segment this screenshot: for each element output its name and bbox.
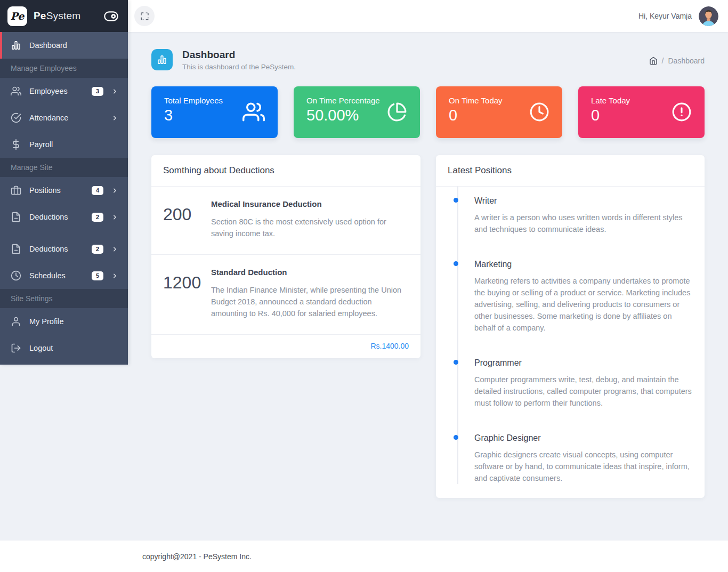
page-footer: copyright@2021 - PeSystem Inc. — [0, 541, 728, 572]
sidebar-toggle-icon[interactable] — [104, 11, 118, 21]
sidebar-item-dashboard[interactable]: Dashboard — [0, 32, 128, 59]
breadcrumb: / Dashboard — [649, 57, 705, 65]
position-description: Graphic designers create visual concepts… — [474, 449, 694, 484]
position-title: Marketing — [474, 260, 694, 269]
sidebar-item-label: Attendance — [29, 114, 68, 122]
deduction-description: The Indian Finance Minister, while prese… — [211, 284, 407, 319]
chevron-right-icon — [111, 272, 118, 279]
chevron-right-icon — [111, 214, 118, 221]
pie-chart-icon — [387, 102, 407, 122]
deduction-amount: 200 — [163, 199, 211, 239]
position-item-graphic-designer: Graphic Designer Graphic designers creat… — [474, 433, 694, 484]
deduction-name: Standard Deduction — [211, 268, 407, 277]
schedules-count-badge: 5 — [92, 271, 103, 280]
sidebar-item-label: Dashboard — [29, 41, 67, 50]
alert-circle-icon — [672, 102, 692, 122]
positions-timeline: Writer A writer is a person who uses wri… — [436, 187, 705, 498]
sidebar-item-label: My Profile — [29, 317, 63, 326]
timeline-dot-icon — [454, 198, 458, 203]
sidebar-item-deductions-1[interactable]: Deductions 2 — [0, 204, 128, 230]
deduction-amount: 1200 — [163, 268, 211, 319]
position-title: Writer — [474, 196, 694, 206]
user-greeting: Hi, Keyur Vamja — [638, 12, 692, 20]
position-description: Computer programmers write, test, debug,… — [474, 374, 694, 409]
sidebar-item-label: Deductions — [29, 245, 68, 253]
stat-cards-row: Total Employees 3 On Time Percentage 50.… — [151, 86, 705, 138]
sidebar-item-label: Positions — [29, 186, 61, 195]
position-description: A writer is a person who uses written wo… — [474, 212, 694, 235]
sidebar-nav: Dashboard Manage Employees Employees 3 — [0, 32, 128, 361]
sidebar-item-label: Deductions — [29, 213, 68, 221]
breadcrumb-separator: / — [662, 57, 664, 65]
page-header: Dashboard This is dashboard of the PeSys… — [151, 49, 705, 71]
user-icon — [11, 316, 21, 327]
briefcase-icon — [11, 185, 21, 196]
deduction-row: 200 Medical Insurance Deduction Section … — [151, 187, 420, 255]
sidebar-item-label: Logout — [29, 344, 53, 352]
users-icon — [11, 86, 21, 96]
page-subtitle: This is dashboard of the PeSystem. — [182, 63, 296, 71]
file-minus-icon — [11, 244, 21, 254]
sidebar-item-payroll[interactable]: Payroll — [0, 131, 128, 158]
users-icon — [242, 101, 265, 123]
sidebar-section-manage-site: Manage Site — [0, 158, 128, 177]
dashboard-page-icon — [151, 49, 173, 70]
deductions-card: Somthing about Deductions 200 Medical In… — [151, 155, 420, 358]
positions-card-title: Latest Positions — [436, 155, 705, 187]
clock-icon — [529, 102, 549, 122]
logout-icon — [11, 343, 21, 353]
brand-logo: Pe — [7, 6, 27, 26]
top-bar: Hi, Keyur Vamja — [128, 0, 728, 32]
dollar-icon — [11, 139, 21, 150]
latest-positions-card: Latest Positions Writer A writer is a pe… — [436, 155, 705, 498]
sidebar-item-label: Payroll — [29, 140, 53, 149]
position-title: Programmer — [474, 358, 694, 368]
position-description: Marketing refers to activities a company… — [474, 275, 694, 334]
sidebar-item-my-profile[interactable]: My Profile — [0, 308, 128, 335]
sidebar-section-manage-employees: Manage Employees — [0, 59, 128, 78]
sidebar-item-label: Schedules — [29, 271, 66, 280]
home-icon[interactable] — [649, 57, 658, 65]
stat-card-total-employees: Total Employees 3 — [151, 86, 278, 138]
sidebar-item-deductions-2[interactable]: Deductions 2 — [0, 236, 128, 262]
sidebar-item-employees[interactable]: Employees 3 — [0, 78, 128, 104]
position-item-writer: Writer A writer is a person who uses wri… — [474, 196, 694, 235]
clock-icon — [11, 270, 21, 281]
stat-card-on-time-percentage: On Time Percentage 50.00% — [294, 86, 420, 138]
position-item-marketing: Marketing Marketing refers to activities… — [474, 260, 694, 334]
deductions-count-badge: 2 — [92, 245, 103, 254]
deduction-name: Medical Insurance Deduction — [211, 199, 407, 208]
sidebar-item-logout[interactable]: Logout — [0, 335, 128, 361]
deduction-row: 1200 Standard Deduction The Indian Finan… — [151, 255, 420, 335]
timeline-dot-icon — [454, 435, 458, 440]
breadcrumb-current: Dashboard — [668, 57, 705, 65]
chevron-right-icon — [111, 246, 118, 253]
sidebar: Pe PeSystem Dashboard Manage Employees — [0, 0, 128, 365]
sidebar-item-attendance[interactable]: Attendance — [0, 104, 128, 131]
check-circle-icon — [11, 112, 21, 123]
deductions-card-title: Somthing about Deductions — [151, 155, 420, 187]
sidebar-item-positions[interactable]: Positions 4 — [0, 177, 128, 204]
timeline-dot-icon — [454, 360, 458, 365]
copyright-text: copyright@2021 - PeSystem Inc. — [142, 552, 252, 561]
bar-chart-icon — [11, 40, 21, 51]
deductions-count-badge: 2 — [92, 213, 103, 222]
timeline-dot-icon — [454, 261, 458, 266]
deduction-description: Section 80C is the most extensively used… — [211, 216, 407, 239]
fullscreen-button[interactable] — [134, 6, 155, 26]
sidebar-section-site-settings: Site Settings — [0, 289, 128, 308]
maximize-icon — [140, 12, 149, 21]
chevron-right-icon — [111, 88, 118, 95]
position-item-programmer: Programmer Computer programmers write, t… — [474, 358, 694, 409]
main-content: Dashboard This is dashboard of the PeSys… — [128, 32, 728, 498]
chevron-right-icon — [111, 115, 118, 122]
sidebar-item-schedules[interactable]: Schedules 5 — [0, 262, 128, 289]
sidebar-item-label: Employees — [29, 87, 68, 95]
positions-count-badge: 4 — [92, 186, 103, 195]
sidebar-header: Pe PeSystem — [0, 0, 128, 32]
avatar[interactable] — [699, 6, 718, 26]
page-title: Dashboard — [182, 49, 296, 61]
brand-name: PeSystem — [34, 10, 80, 22]
deductions-total: Rs.1400.00 — [151, 335, 420, 358]
stat-card-late-today: Late Today 0 — [578, 86, 705, 138]
